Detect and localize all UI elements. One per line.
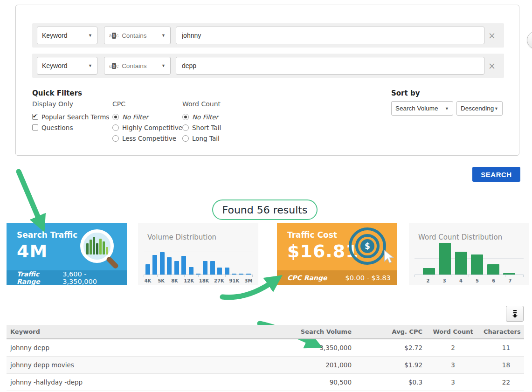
cell-word-count: 3 — [426, 356, 480, 373]
sort-by-title: Sort by — [391, 89, 503, 97]
option-highly-competitive[interactable]: Highly Competitive — [112, 122, 182, 133]
column-header-characters[interactable]: Characters — [480, 325, 524, 339]
filter-value-input[interactable] — [176, 27, 484, 44]
sort-direction-select[interactable]: Descending ▼ — [456, 101, 503, 116]
option-label: Long Tail — [192, 135, 220, 142]
field-select[interactable]: Keyword ▼ — [37, 27, 97, 44]
group-label: Word Count — [182, 100, 221, 108]
sort-by-group: Sort by Search Volume ▼ Descending ▼ — [391, 89, 503, 116]
table-row[interactable]: johnny depp movies 201,000 $1.92 3 18 — [7, 356, 524, 373]
checkbox-checked-icon[interactable] — [32, 114, 38, 120]
download-icon — [510, 309, 519, 318]
results-table: Keyword Search Volume Avg. CPC Word Coun… — [7, 325, 524, 391]
table-row[interactable]: johnny -hallyday -depp 90,500 $0.3 3 22 — [7, 373, 524, 391]
option-questions[interactable]: Questions — [32, 122, 109, 133]
filter-group-display-only: Display Only Popular Search Terms Questi… — [32, 100, 109, 133]
add-filter-button[interactable]: + — [527, 31, 532, 49]
option-label: Less Competitive — [122, 135, 176, 142]
chart-title: Word Count Distribution — [418, 233, 502, 241]
cell-avg-cpc: $1.92 — [361, 356, 426, 373]
cell-keyword: johnny depp — [7, 339, 286, 356]
option-label: Popular Search Terms — [41, 113, 109, 121]
volume-distribution-card: Volume Distribution 4K5K8K12K18K27K91K3M — [138, 223, 258, 285]
quick-filters-title: Quick Filters — [32, 89, 82, 97]
table-row[interactable]: johnny depp 3,350,000 $2.72 2 11 — [7, 339, 524, 356]
dollar-target-icon: $ — [349, 227, 386, 265]
column-header-avg-cpc[interactable]: Avg. CPC — [361, 325, 426, 339]
filter-panel: Keyword ▼ abc Contains ▼ × Keyword ▼ abc… — [15, 5, 519, 156]
operator-select[interactable]: abc Contains ▼ — [104, 57, 171, 75]
column-header-keyword[interactable]: Keyword — [7, 325, 286, 339]
chevron-down-icon: ▼ — [161, 33, 166, 38]
chart-title: Volume Distribution — [147, 233, 216, 241]
radio-icon[interactable] — [182, 135, 189, 142]
option-label: No Filter — [122, 113, 148, 121]
option-short-tail[interactable]: Short Tail — [182, 122, 221, 133]
option-wc-no-filter[interactable]: No Filter — [182, 111, 221, 122]
export-button[interactable] — [506, 306, 524, 322]
checkbox-unchecked-icon[interactable] — [32, 124, 38, 131]
chevron-down-icon: ▼ — [88, 33, 92, 38]
filter-group-cpc: CPC No Filter Highly Competitive Less Co… — [112, 100, 182, 144]
chevron-down-icon: ▼ — [88, 63, 92, 68]
abc-text-icon: abc — [109, 63, 118, 69]
cell-characters: 11 — [480, 339, 524, 356]
cell-keyword: johnny -hallyday -depp — [7, 373, 286, 391]
column-header-word-count[interactable]: Word Count — [426, 325, 480, 339]
sort-field-select[interactable]: Search Volume ▼ — [391, 101, 453, 116]
radio-icon[interactable] — [182, 124, 189, 131]
operator-select-value: Contains — [122, 62, 161, 69]
traffic-range-value: 3,600 - 3,350,000 — [62, 270, 120, 285]
axis-ticks — [415, 275, 524, 277]
axis-ticks — [144, 275, 253, 277]
footer-label: CPC Range — [287, 274, 327, 282]
cell-characters: 18 — [480, 356, 524, 373]
arrow-to-search-traffic — [19, 172, 40, 222]
results-count-badge: Found 56 results — [212, 199, 318, 220]
sort-field-value: Search Volume — [395, 105, 438, 112]
chevron-down-icon: ▼ — [494, 106, 498, 111]
cell-word-count: 2 — [426, 339, 480, 356]
option-label: Questions — [41, 124, 73, 131]
option-less-competitive[interactable]: Less Competitive — [112, 133, 182, 144]
radio-icon[interactable] — [112, 124, 119, 131]
cell-avg-cpc: $2.72 — [361, 339, 426, 356]
field-select-value: Keyword — [42, 32, 67, 39]
abc-text-icon: abc — [109, 33, 118, 38]
search-traffic-card: Search Traffic 4M Traffic Range 3,600 - … — [7, 223, 127, 285]
chevron-down-icon: ▼ — [445, 106, 449, 111]
operator-select[interactable]: abc Contains ▼ — [104, 27, 171, 44]
field-select-value: Keyword — [42, 62, 67, 69]
filter-row-1: Keyword ▼ abc Contains ▼ × — [32, 23, 504, 48]
filter-value-input[interactable] — [176, 57, 484, 75]
cell-keyword: johnny depp movies — [7, 356, 286, 373]
filter-group-word-count: Word Count No Filter Short Tail Long Tai… — [182, 100, 221, 144]
x-axis-labels: 234567 — [415, 278, 524, 283]
radio-selected-icon[interactable] — [112, 114, 119, 120]
radio-icon[interactable] — [112, 135, 119, 142]
option-long-tail[interactable]: Long Tail — [182, 133, 221, 144]
cell-search-volume: 3,350,000 — [286, 339, 361, 356]
option-cpc-no-filter[interactable]: No Filter — [112, 111, 182, 122]
search-button[interactable]: SEARCH — [472, 167, 520, 182]
cpc-range-value: $0.00 - $3.83 — [345, 274, 391, 282]
sort-direction-value: Descending — [461, 105, 494, 112]
keyword-tool-page: Keyword ▼ abc Contains ▼ × Keyword ▼ abc… — [0, 0, 532, 392]
option-popular-search-terms[interactable]: Popular Search Terms — [32, 111, 109, 122]
cell-search-volume: 90,500 — [286, 373, 361, 391]
cursor-icon — [382, 250, 394, 264]
field-select[interactable]: Keyword ▼ — [37, 57, 97, 75]
table-header-row: Keyword Search Volume Avg. CPC Word Coun… — [7, 325, 524, 339]
footer-label: Traffic Range — [17, 270, 62, 285]
radio-selected-icon[interactable] — [182, 114, 189, 120]
volume-bars — [145, 252, 251, 275]
cell-avg-cpc: $0.3 — [361, 373, 426, 391]
remove-filter-button[interactable]: × — [484, 61, 499, 71]
word-count-bars — [416, 243, 522, 275]
column-header-search-volume[interactable]: Search Volume — [286, 325, 361, 339]
x-axis-labels: 4K5K8K12K18K27K91K3M — [144, 278, 253, 283]
group-label: Display Only — [32, 100, 109, 108]
remove-filter-button[interactable]: × — [484, 30, 499, 41]
option-label: Highly Competitive — [122, 124, 182, 131]
word-count-distribution-card: Word Count Distribution 234567 — [409, 223, 529, 285]
